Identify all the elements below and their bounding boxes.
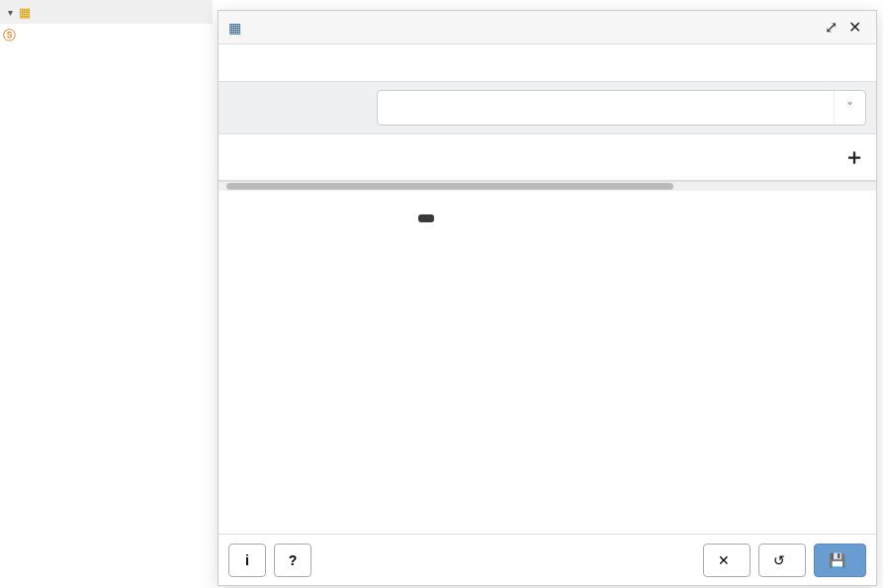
table-properties-dialog: ▦ ⤢ ✕ ˅ ＋ i ? ✕ ↺ 💾 (218, 10, 877, 586)
table-group-icon: ▦ (16, 5, 34, 20)
horizontal-scrollbar[interactable] (219, 181, 876, 191)
dialog-header: ▦ ⤢ ✕ (219, 11, 876, 44)
inherit-select[interactable]: ˅ (377, 90, 866, 126)
close-icon[interactable]: ✕ (842, 18, 866, 37)
chevron-down-icon: ˅ (834, 91, 865, 125)
caret-down-icon: ▾ (4, 7, 16, 18)
tree-node-database[interactable] (0, 47, 213, 71)
object-tree-sidebar: ▾ ▦ ⓢ (0, 0, 213, 588)
columns-grid[interactable] (219, 180, 876, 534)
add-column-button[interactable]: ＋ (842, 142, 866, 172)
dialog-tabs (219, 44, 876, 82)
dialog-footer: i ? ✕ ↺ 💾 (219, 534, 876, 585)
info-button[interactable]: i (228, 544, 266, 577)
subscription-icon: ⓢ (0, 27, 18, 44)
tree-node-subscriptions[interactable]: ⓢ (0, 24, 213, 47)
inherit-row: ˅ (219, 82, 876, 134)
scrollbar-thumb[interactable] (226, 183, 673, 190)
tree-node-tables[interactable]: ▾ ▦ (0, 0, 213, 24)
reset-icon: ↺ (773, 552, 785, 568)
close-x-icon: ✕ (718, 552, 730, 568)
table-icon: ▦ (228, 20, 241, 36)
expand-icon[interactable]: ⤢ (819, 18, 842, 37)
close-button[interactable]: ✕ (703, 544, 751, 577)
save-button[interactable]: 💾 (814, 544, 866, 577)
save-icon: 💾 (829, 552, 845, 568)
sort-tooltip (418, 214, 434, 222)
reset-button[interactable]: ↺ (758, 544, 806, 577)
help-button[interactable]: ? (274, 544, 311, 577)
columns-section-header: ＋ (219, 134, 876, 180)
